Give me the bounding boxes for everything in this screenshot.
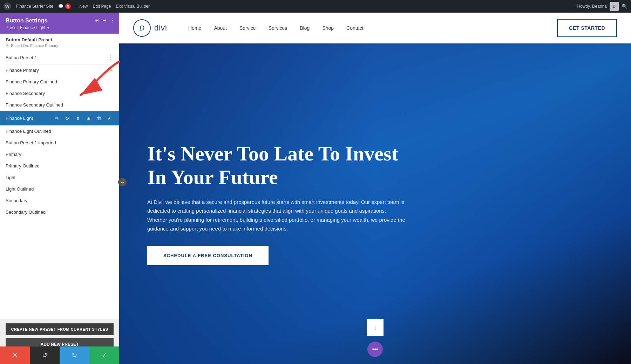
dots-icon: ••• bbox=[372, 346, 378, 352]
user-avatar[interactable]: D bbox=[610, 2, 619, 11]
columns-icon[interactable]: ⊟ bbox=[102, 18, 107, 23]
preset-item-secondary-outlined[interactable]: Secondary Outlined bbox=[0, 206, 119, 218]
default-preset-section: Button Default Preset ★ Based On: Financ… bbox=[0, 34, 119, 51]
resize-handle[interactable]: ↔ bbox=[118, 178, 127, 186]
preset-item-light-outlined[interactable]: Light Outlined bbox=[0, 183, 119, 195]
more-icon[interactable]: ⋮ bbox=[110, 18, 115, 23]
preset-item-finance-primary[interactable]: Finance Primary ★ bbox=[0, 64, 119, 76]
preset-item-name: Finance Light bbox=[6, 116, 53, 121]
comment-icon: 💬 bbox=[58, 4, 63, 9]
nav-contact[interactable]: Contact bbox=[346, 25, 363, 31]
main-content: Button Settings ⊞ ⊟ ⋮ Preset: Finance Li… bbox=[0, 13, 631, 364]
delete-preset-icon[interactable]: 🗑 bbox=[95, 114, 103, 122]
new-button[interactable]: + New bbox=[76, 4, 88, 9]
nav-service[interactable]: Service bbox=[239, 25, 256, 31]
preset-item-more-dots[interactable]: ⋮ bbox=[108, 54, 114, 61]
admin-bar-right: Howdy, Deanna D 🔍 bbox=[577, 2, 628, 11]
star-icon: ★ bbox=[6, 43, 9, 48]
panel-title-text: Button Settings bbox=[6, 18, 47, 24]
preset-item-secondary[interactable]: Secondary bbox=[0, 195, 119, 206]
hero-description: At Divi, we believe that a secure and pr… bbox=[147, 198, 407, 233]
preset-item-primary[interactable]: Primary bbox=[0, 149, 119, 160]
preset-item-name: Finance Primary bbox=[6, 68, 109, 73]
preset-item-button-preset-1[interactable]: Button Preset 1 ⋮ bbox=[0, 51, 119, 64]
nav-about[interactable]: About bbox=[214, 25, 227, 31]
preset-item-name: Light Outlined bbox=[6, 186, 114, 192]
panel-header: Button Settings ⊞ ⊟ ⋮ Preset: Finance Li… bbox=[0, 13, 119, 34]
panel-subtitle[interactable]: Preset: Finance Light ▾ bbox=[6, 25, 114, 30]
get-started-button[interactable]: GET STARTED bbox=[557, 19, 617, 37]
preset-item-name: Light bbox=[6, 175, 114, 180]
site-navbar: D divi Home About Service Services Blog … bbox=[119, 13, 631, 43]
admin-bar-left: W Finance Starter Site 💬 0 + New Edit Pa… bbox=[4, 2, 150, 10]
duplicate-preset-icon[interactable]: ⊞ bbox=[84, 114, 93, 122]
preset-item-primary-outlined[interactable]: Primary Outlined bbox=[0, 160, 119, 172]
hero-title: It's Never Too Late To Invest In Your Fu… bbox=[147, 142, 407, 189]
save-button[interactable]: ✓ bbox=[89, 346, 119, 364]
cancel-icon: ✕ bbox=[12, 351, 18, 359]
comment-count: 0 bbox=[65, 4, 71, 9]
edit-page-button[interactable]: Edit Page bbox=[93, 4, 111, 9]
preset-item-name: Finance Secondary bbox=[6, 91, 114, 96]
star-preset-icon[interactable]: ★ bbox=[105, 114, 114, 122]
nav-blog[interactable]: Blog bbox=[300, 25, 310, 31]
preset-star-icon: ★ bbox=[109, 68, 114, 73]
preset-item-finance-secondary[interactable]: Finance Secondary bbox=[0, 88, 119, 99]
preset-item-finance-primary-outlined[interactable]: Finance Primary Outlined bbox=[0, 76, 119, 88]
site-name[interactable]: Finance Starter Site bbox=[16, 4, 53, 9]
hero-section: It's Never Too Late To Invest In Your Fu… bbox=[119, 43, 631, 364]
based-on: ★ Based On: Finance Primary bbox=[6, 43, 114, 48]
edit-preset-icon[interactable]: ✏ bbox=[53, 114, 61, 122]
undo-icon: ↺ bbox=[42, 351, 47, 359]
purple-menu-button[interactable]: ••• bbox=[367, 342, 383, 357]
preset-item-name: Button Preset 1 bbox=[6, 55, 108, 60]
website-preview: D divi Home About Service Services Blog … bbox=[119, 13, 631, 364]
preset-item-name: Finance Primary Outlined bbox=[6, 79, 114, 84]
settings-preset-icon[interactable]: ⚙ bbox=[63, 114, 72, 122]
cancel-button[interactable]: ✕ bbox=[0, 346, 30, 364]
preset-item-name: Button Preset 1 imported bbox=[6, 140, 114, 145]
scroll-down-button[interactable]: ↓ bbox=[367, 319, 384, 336]
preset-item-name: Secondary bbox=[6, 198, 114, 203]
expand-icon[interactable]: ⊞ bbox=[95, 18, 99, 23]
preset-item-name: Primary bbox=[6, 152, 114, 157]
comment-link[interactable]: 💬 0 bbox=[58, 4, 71, 9]
logo-letter: D bbox=[140, 24, 144, 32]
preset-list: Button Preset 1 ⋮ Finance Primary ★ Fina… bbox=[0, 51, 119, 319]
redo-icon: ↻ bbox=[72, 351, 77, 359]
logo-name: divi bbox=[154, 23, 167, 33]
nav-services[interactable]: Services bbox=[269, 25, 287, 31]
preset-item-light[interactable]: Light bbox=[0, 172, 119, 183]
preset-item-name: Primary Outlined bbox=[6, 163, 114, 169]
redo-button[interactable]: ↻ bbox=[60, 346, 89, 364]
upload-preset-icon[interactable]: ⬆ bbox=[74, 114, 82, 122]
based-on-text: Based On: Finance Primary bbox=[11, 43, 58, 48]
create-preset-button[interactable]: CREATE NEW PRESET FROM CURRENT STYLES bbox=[6, 323, 114, 335]
default-preset-label[interactable]: Button Default Preset bbox=[6, 37, 114, 42]
preset-item-name: Finance Secondary Outlined bbox=[6, 102, 114, 108]
hero-content: It's Never Too Late To Invest In Your Fu… bbox=[119, 121, 435, 286]
preset-item-finance-light-outlined[interactable]: Finance Light Outlined bbox=[0, 125, 119, 137]
site-logo: D divi bbox=[133, 19, 167, 37]
preset-item-name: Finance Light Outlined bbox=[6, 129, 114, 134]
scroll-down-icon: ↓ bbox=[374, 324, 377, 331]
preset-dropdown-arrow[interactable]: ▾ bbox=[47, 26, 49, 30]
logo-circle: D bbox=[133, 19, 151, 37]
search-icon[interactable]: 🔍 bbox=[622, 4, 627, 9]
schedule-consultation-button[interactable]: SCHEDULE A FREE CONSULTATION bbox=[147, 246, 269, 265]
undo-button[interactable]: ↺ bbox=[30, 346, 60, 364]
nav-home[interactable]: Home bbox=[188, 25, 201, 31]
user-greeting: Howdy, Deanna bbox=[577, 4, 607, 9]
panel-title-icons: ⊞ ⊟ ⋮ bbox=[95, 18, 115, 23]
admin-bar: W Finance Starter Site 💬 0 + New Edit Pa… bbox=[0, 0, 631, 13]
preset-item-finance-light[interactable]: Finance Light ✏ ⚙ ⬆ ⊞ 🗑 ★ bbox=[0, 111, 119, 125]
preset-label: Preset: Finance Light bbox=[6, 25, 45, 30]
preset-item-finance-secondary-outlined[interactable]: Finance Secondary Outlined bbox=[0, 99, 119, 111]
nav-shop[interactable]: Shop bbox=[322, 25, 334, 31]
save-icon: ✓ bbox=[102, 351, 107, 359]
preset-item-name: Secondary Outlined bbox=[6, 210, 114, 215]
preset-item-button-preset-1-imported[interactable]: Button Preset 1 imported bbox=[0, 137, 119, 149]
site-nav: Home About Service Services Blog Shop Co… bbox=[188, 25, 363, 31]
exit-builder-button[interactable]: Exit Visual Builder bbox=[116, 4, 150, 9]
wordpress-logo[interactable]: W bbox=[4, 2, 11, 10]
